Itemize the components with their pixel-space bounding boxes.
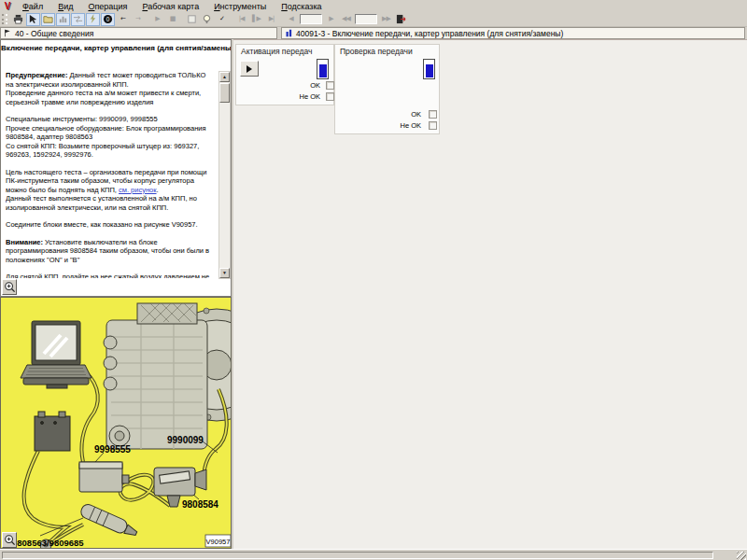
chart-icon: [58, 14, 68, 24]
document-scrollbar[interactable]: ▲ ▼: [218, 71, 231, 279]
status-bar: [0, 549, 747, 560]
play-icon: [247, 65, 252, 73]
menu-items: ФайлВидОперацияРабочая картаИнструментыП…: [15, 2, 330, 11]
step-last-button[interactable]: ▶|: [264, 13, 278, 26]
forward-button[interactable]: →: [131, 13, 145, 26]
lightning-icon: [88, 14, 98, 24]
nav-next-button[interactable]: ▶: [324, 13, 338, 26]
toolbar-sep-13: [180, 14, 184, 25]
menu-tools[interactable]: Инструменты: [206, 2, 274, 11]
tab-right-label: 40091-3 - Включение передачи, картер упр…: [296, 29, 563, 38]
tab-row: 40 - Общие сведения 40091-3 - Включение …: [0, 27, 747, 39]
document-panel: Включение передачи, картер управления (д…: [0, 39, 232, 297]
step-pause-button[interactable]: ▌▶: [249, 13, 263, 26]
zoom-figure-button[interactable]: [2, 532, 17, 548]
magnifier-plus-icon: [4, 534, 16, 546]
frame-button[interactable]: [185, 13, 199, 26]
tab-operation[interactable]: 40091-3 - Включение передачи, картер упр…: [281, 27, 745, 39]
play-button[interactable]: ▶: [150, 13, 164, 26]
toolbar-buttons: 0←→▶■✓|◀▌▶▶|◀▶◀◀▶▶: [2, 13, 408, 26]
print-button[interactable]: [11, 13, 25, 26]
stop-button[interactable]: ■: [165, 13, 179, 26]
tab-general-info[interactable]: 40 - Общие сведения: [0, 27, 277, 39]
scrollbar-up-button[interactable]: ▲: [219, 72, 230, 82]
toolbar-grip: [2, 14, 7, 24]
not-ok-checkbox[interactable]: [326, 92, 334, 101]
info-icon: 0: [103, 14, 113, 24]
status-message-cell: [2, 552, 713, 559]
start-activation-button[interactable]: [240, 61, 259, 77]
document-text: Предупреждение: Данный тест может провод…: [6, 71, 215, 278]
figure-panel: 9990099 9998555 9808584 9808563/9809685 …: [0, 297, 232, 549]
part-label-9808584: 9808584: [182, 499, 218, 510]
compare-button[interactable]: [71, 13, 85, 26]
not-ok-label: Не OK: [373, 121, 421, 130]
step-first-button[interactable]: |◀: [234, 13, 248, 26]
exit-button[interactable]: [394, 13, 408, 26]
print-icon: [13, 14, 23, 24]
laptop-drawing: [21, 321, 92, 388]
pointer-button[interactable]: [26, 13, 40, 26]
doc-link[interactable]: см. рисунок: [119, 186, 157, 194]
ok-label: OK: [274, 81, 320, 90]
transmission-drawing: [104, 303, 231, 449]
swap-icon: [73, 14, 83, 24]
part-label-9808563: 9808563/9809685: [12, 538, 84, 548]
gear-indicator: [317, 59, 329, 79]
connector-drawing: [79, 502, 140, 539]
part-label-9998555: 9998555: [94, 444, 131, 455]
gear-indicator: [423, 59, 435, 79]
toolbar: 0←→▶■✓|◀▌▶▶|◀▶◀◀▶▶: [0, 12, 747, 27]
menu-file[interactable]: Файл: [15, 2, 50, 11]
nav-last-button[interactable]: ▶▶: [379, 13, 393, 26]
toolbar-sep-21: [279, 14, 283, 25]
info-button[interactable]: 0: [101, 13, 115, 26]
tab-left-label: 40 - Общие сведения: [15, 29, 93, 38]
open-button[interactable]: [41, 13, 55, 26]
part-label-9990099: 9990099: [167, 435, 204, 445]
exit-icon: [396, 14, 406, 24]
menu-bar: V ФайлВидОперацияРабочая картаИнструмент…: [0, 0, 747, 12]
not-ok-label: Не OK: [274, 92, 320, 101]
menu-worksheet[interactable]: Рабочая карта: [134, 2, 206, 11]
menu-help[interactable]: Подсказка: [274, 2, 329, 11]
menu-operation[interactable]: Операция: [80, 2, 134, 11]
menu-view[interactable]: Вид: [50, 2, 80, 11]
toolbar-sep-17: [230, 14, 233, 25]
svg-text:0: 0: [106, 16, 110, 22]
magnifier-plus-icon: [4, 281, 16, 293]
figure-illustration: 9990099 9998555 9808584 9808563/9809685 …: [1, 298, 231, 548]
gear-activation-title: Активация передач: [241, 47, 312, 56]
figure-ref-box: V90957: [205, 535, 231, 547]
nav-prev-fast-button[interactable]: ◀◀: [339, 13, 353, 26]
confirm-button[interactable]: ✓: [215, 13, 229, 26]
toolbar-sep-10: [146, 14, 149, 25]
ok-checkbox[interactable]: [326, 81, 334, 90]
figure-ref-label: V90957: [206, 538, 231, 546]
ok-checkbox[interactable]: [429, 110, 437, 119]
back-button[interactable]: ←: [116, 13, 130, 26]
resize-grip: [737, 552, 746, 560]
ok-label: OK: [373, 110, 421, 119]
scrollbar-down-button[interactable]: ▼: [219, 268, 230, 278]
nav-first-button[interactable]: ◀: [284, 13, 298, 26]
page-input-2[interactable]: [355, 14, 377, 24]
folder-icon: [43, 14, 53, 24]
lamp-icon: [202, 14, 212, 24]
zoom-document-button[interactable]: [2, 279, 17, 295]
frame-icon: [187, 14, 197, 24]
activate-button[interactable]: [86, 13, 100, 26]
gear-check-group: Проверка передачи OK Не OK: [334, 44, 440, 134]
operation-panel: Активация передач OK Не OK Проверка пере…: [233, 39, 747, 549]
adapter-box-drawing: [79, 462, 129, 492]
not-ok-checkbox[interactable]: [429, 121, 437, 130]
graph-button[interactable]: [56, 13, 70, 26]
bar-chart-icon: [285, 29, 293, 37]
flag-icon: [4, 29, 12, 37]
app-logo-icon: V: [0, 1, 15, 11]
scrollbar-thumb[interactable]: [219, 83, 230, 103]
gear-activation-group: Активация передач OK Не OK: [235, 44, 334, 105]
lamp-button[interactable]: [200, 13, 214, 26]
battery-drawing: [35, 412, 70, 451]
page-input-1[interactable]: [300, 14, 322, 24]
